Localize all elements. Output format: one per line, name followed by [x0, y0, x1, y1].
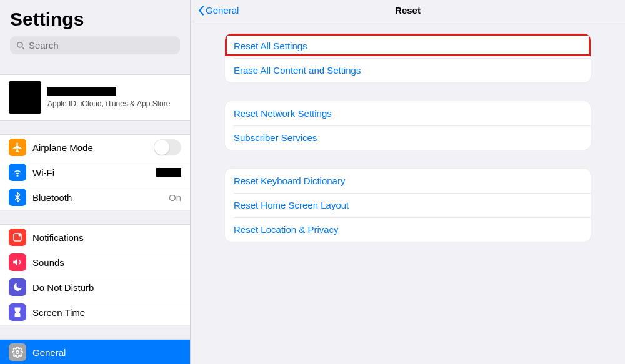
- search-input[interactable]: [29, 40, 174, 51]
- wifi-value-redacted: [156, 168, 181, 177]
- sidebar-item-dnd[interactable]: Do Not Disturb: [0, 275, 190, 300]
- wifi-icon: [9, 164, 26, 181]
- apple-id-row[interactable]: Apple ID, iCloud, iTunes & App Store: [0, 74, 190, 121]
- notifications-label: Notifications: [32, 232, 84, 243]
- detail-body: Reset All Settings Erase All Content and…: [191, 21, 625, 273]
- search-icon: [16, 41, 25, 50]
- account-subtitle: Apple ID, iCloud, iTunes & App Store: [48, 99, 170, 108]
- sidebar-item-screen-time[interactable]: Screen Time: [0, 300, 190, 325]
- sidebar-item-bluetooth[interactable]: Bluetooth On: [0, 185, 190, 210]
- svg-line-1: [22, 46, 24, 49]
- wifi-label: Wi-Fi: [32, 167, 54, 178]
- reset-keyboard-dictionary[interactable]: Reset Keyboard Dictionary: [225, 169, 591, 193]
- airplane-label: Airplane Mode: [32, 142, 93, 153]
- svg-point-2: [17, 175, 18, 176]
- settings-title: Settings: [10, 9, 180, 30]
- svg-point-4: [19, 234, 22, 237]
- sidebar-header: Settings: [0, 0, 190, 61]
- reset-home-screen-layout[interactable]: Reset Home Screen Layout: [225, 193, 591, 217]
- reset-group-2: Reset Network Settings Subscriber Servic…: [225, 101, 591, 150]
- toggle-knob: [154, 140, 169, 155]
- chevron-left-icon: [197, 5, 206, 16]
- reset-all-settings[interactable]: Reset All Settings: [225, 34, 591, 58]
- back-label: General: [206, 5, 239, 16]
- sidebar-item-airplane[interactable]: Airplane Mode: [0, 135, 190, 160]
- sidebar-section-general: General: [0, 339, 190, 364]
- notifications-icon: [9, 229, 26, 246]
- reset-network-settings[interactable]: Reset Network Settings: [225, 101, 591, 125]
- avatar: [9, 81, 41, 114]
- airplane-toggle[interactable]: [154, 139, 181, 155]
- sidebar-section-connectivity: Airplane Mode Wi-Fi Bluetooth On: [0, 134, 190, 210]
- nav-title: Reset: [395, 5, 421, 16]
- screen-time-label: Screen Time: [32, 307, 85, 318]
- account-name-redacted: [48, 87, 116, 96]
- reset-location-privacy[interactable]: Reset Location & Privacy: [225, 217, 591, 242]
- settings-app: Settings Apple ID, iCloud, iTunes & App …: [0, 0, 625, 364]
- sidebar-item-sounds[interactable]: Sounds: [0, 250, 190, 275]
- search-field[interactable]: [10, 36, 180, 54]
- dnd-label: Do Not Disturb: [32, 282, 94, 293]
- bluetooth-label: Bluetooth: [32, 192, 72, 203]
- erase-all-content[interactable]: Erase All Content and Settings: [225, 58, 591, 82]
- sidebar: Settings Apple ID, iCloud, iTunes & App …: [0, 0, 191, 364]
- sounds-icon: [9, 253, 26, 271]
- bluetooth-value: On: [169, 192, 181, 203]
- back-button[interactable]: General: [197, 5, 239, 16]
- dnd-icon: [9, 278, 26, 296]
- sounds-label: Sounds: [32, 257, 64, 268]
- svg-point-0: [18, 42, 22, 47]
- general-label: General: [32, 347, 66, 358]
- screen-time-icon: [9, 303, 26, 321]
- sidebar-item-wifi[interactable]: Wi-Fi: [0, 160, 190, 185]
- sidebar-item-notifications[interactable]: Notifications: [0, 225, 190, 250]
- general-icon: [9, 343, 26, 361]
- bluetooth-icon: [9, 189, 26, 206]
- reset-group-1: Reset All Settings Erase All Content and…: [225, 34, 591, 82]
- sidebar-item-general[interactable]: General: [0, 340, 190, 364]
- reset-group-3: Reset Keyboard Dictionary Reset Home Scr…: [225, 169, 591, 242]
- account-text: Apple ID, iCloud, iTunes & App Store: [48, 87, 170, 108]
- nav-bar: General Reset: [191, 0, 625, 21]
- airplane-icon: [9, 139, 26, 156]
- detail-pane: General Reset Reset All Settings Erase A…: [191, 0, 625, 364]
- svg-point-5: [16, 351, 19, 354]
- sidebar-section-alerts: Notifications Sounds Do Not Disturb Scre…: [0, 224, 190, 325]
- subscriber-services[interactable]: Subscriber Services: [225, 125, 591, 150]
